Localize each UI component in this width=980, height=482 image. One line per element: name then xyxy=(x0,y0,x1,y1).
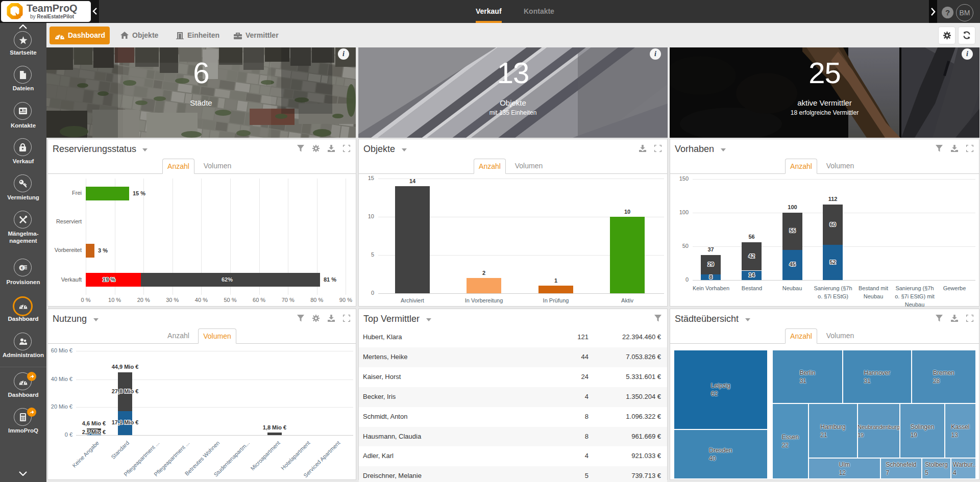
svg-text:€: € xyxy=(21,266,23,270)
